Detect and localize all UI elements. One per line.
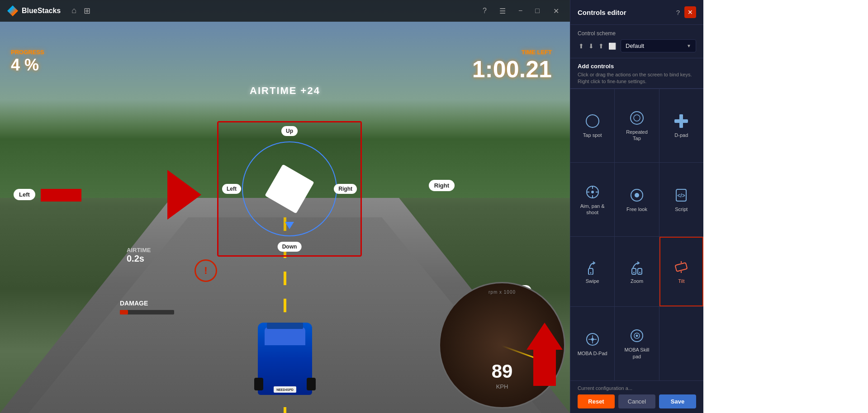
control-item-script[interactable]: </> Script xyxy=(659,163,703,236)
svg-rect-20 xyxy=(638,268,642,274)
svg-point-29 xyxy=(636,335,638,337)
svg-rect-16 xyxy=(588,268,593,275)
minimize-button[interactable]: − xyxy=(516,5,525,17)
repeated-tap-icon xyxy=(629,110,645,126)
airtime-hud: AIRTIME 0.2s xyxy=(127,247,151,264)
control-item-aim-pan-shoot[interactable]: Aim, pan &shoot xyxy=(570,163,614,236)
aim-pan-shoot-label: Aim, pan &shoot xyxy=(580,203,605,216)
zoom-icon xyxy=(629,259,645,275)
svg-rect-5 xyxy=(679,114,683,128)
airtime-center: AIRTIME +24 xyxy=(250,85,320,97)
free-look-icon xyxy=(629,187,645,203)
d-pad-label: D-pad xyxy=(674,132,688,138)
scheme-share-icon[interactable]: ⬆ xyxy=(598,42,605,51)
controls-editor-panel: Controls editor ? ✕ Control scheme ⬆ ⬇ ⬆… xyxy=(570,0,703,413)
car-body: NEED4SPD xyxy=(258,323,312,395)
multiinstance-icon[interactable]: ⊞ xyxy=(84,6,90,16)
control-item-swipe[interactable]: Swipe xyxy=(570,237,614,306)
control-item-d-pad[interactable]: D-pad xyxy=(659,89,703,163)
svg-rect-18 xyxy=(632,268,636,274)
car-sprite: NEED4SPD xyxy=(258,323,312,395)
maximize-button[interactable]: □ xyxy=(532,5,542,17)
warning-icon: ! xyxy=(194,259,217,282)
svg-point-26 xyxy=(591,338,594,341)
app-title: BlueStacks xyxy=(22,7,61,15)
damage-bar xyxy=(120,310,128,314)
big-red-arrow xyxy=(526,323,563,386)
add-controls-title: Add controls xyxy=(578,63,696,70)
swipe-icon xyxy=(584,259,601,275)
swipe-label: Swipe xyxy=(586,278,599,284)
control-item-moba-dpad[interactable]: MOBA D-Pad xyxy=(570,307,614,380)
scheme-upload-icon[interactable]: ⬆ xyxy=(578,42,585,51)
airtime-label: AIRTIME xyxy=(127,247,151,253)
bluestacks-logo: BlueStacks xyxy=(7,5,61,16)
svg-point-0 xyxy=(586,115,599,127)
save-button[interactable]: Save xyxy=(659,394,696,408)
control-item-zoom[interactable]: Zoom xyxy=(615,237,659,306)
add-controls-desc: Click or drag the actions on the screen … xyxy=(578,71,696,85)
svg-point-17 xyxy=(590,272,591,274)
dpad-label-up: Up xyxy=(281,126,298,136)
window-controls: ? ☰ − □ ✕ xyxy=(480,5,563,17)
control-item-tilt[interactable]: Tilt xyxy=(659,237,703,306)
progress-value: 4 % xyxy=(11,56,44,75)
script-label: Script xyxy=(675,206,688,212)
control-item-tap-spot[interactable]: Tap spot xyxy=(570,89,614,163)
dpad-label-right: Right xyxy=(334,184,357,194)
zoom-label: Zoom xyxy=(631,278,643,284)
label-right: Right xyxy=(429,180,455,191)
scheme-dropdown[interactable]: Default ▼ xyxy=(621,39,696,52)
close-button[interactable]: ✕ xyxy=(550,5,563,17)
speed-unit: KPH xyxy=(496,383,508,390)
footer-note: Current configuration a... xyxy=(578,385,696,391)
reset-button[interactable]: Reset xyxy=(578,394,615,408)
control-item-free-look[interactable]: Free look xyxy=(615,163,659,236)
label-left: Left xyxy=(14,189,35,200)
logo-icon xyxy=(7,5,18,16)
moba-dpad-label: MOBA D-Pad xyxy=(578,350,607,357)
home-icon[interactable]: ⌂ xyxy=(71,6,76,16)
controls-grid: Tap spot RepeatedTap D-pad xyxy=(570,89,703,380)
svg-point-11 xyxy=(591,191,594,193)
red-arrow-head xyxy=(167,170,201,220)
scheme-action-icons: ⬆ ⬇ ⬆ ⬜ xyxy=(578,42,617,51)
time-value: 1:00.21 xyxy=(472,56,552,83)
panel-help-icon[interactable]: ? xyxy=(676,9,680,16)
time-hud: TIME LEFT 1:00.21 xyxy=(472,49,552,83)
control-item-empty xyxy=(659,307,703,380)
airtime-value: 0.2s xyxy=(127,253,151,264)
svg-point-2 xyxy=(634,115,640,121)
cancel-button[interactable]: Cancel xyxy=(618,394,655,408)
svg-point-19 xyxy=(633,272,635,273)
red-arrow-shaft xyxy=(41,189,81,202)
dpad-label-left: Left xyxy=(222,184,241,194)
moba-skill-pad-label: MOBA Skillpad xyxy=(624,347,649,360)
speed-sublabel: rpm x 1000 xyxy=(489,290,516,295)
moba-dpad-icon xyxy=(584,331,601,347)
control-item-moba-skill-pad[interactable]: MOBA Skillpad xyxy=(615,307,659,380)
tilt-icon xyxy=(673,259,689,275)
control-item-repeated-tap[interactable]: RepeatedTap xyxy=(615,89,659,163)
scheme-export-icon[interactable]: ⬇ xyxy=(588,42,595,51)
dpad-overlay[interactable]: Up Down Left Right xyxy=(217,121,362,257)
big-arrow-head-top xyxy=(526,323,563,350)
progress-label: PROGRESS xyxy=(11,49,44,56)
panel-close-button[interactable]: ✕ xyxy=(684,6,696,18)
help-icon[interactable]: ? xyxy=(480,5,489,17)
nav-icons: ⌂ ⊞ xyxy=(71,6,90,16)
svg-point-21 xyxy=(639,272,640,273)
control-scheme-section: Control scheme ⬆ ⬇ ⬆ ⬜ Default ▼ xyxy=(570,25,703,58)
free-look-label: Free look xyxy=(626,206,647,212)
scheme-copy-icon[interactable]: ⬜ xyxy=(607,42,617,51)
footer-buttons: Reset Cancel Save xyxy=(578,394,696,408)
time-label: TIME LEFT xyxy=(472,49,552,56)
scheme-label: Control scheme xyxy=(578,30,696,37)
dpad-arrow-down-icon xyxy=(285,222,294,229)
game-scene: PROGRESS 4 % TIME LEFT 1:00.21 AIRTIME +… xyxy=(0,22,570,413)
menu-icon[interactable]: ☰ xyxy=(497,5,508,17)
svg-point-13 xyxy=(635,193,639,197)
svg-rect-22 xyxy=(675,263,688,272)
top-bar: BlueStacks ⌂ ⊞ ? ☰ − □ ✕ xyxy=(0,0,570,22)
aim-pan-shoot-icon xyxy=(584,184,601,200)
